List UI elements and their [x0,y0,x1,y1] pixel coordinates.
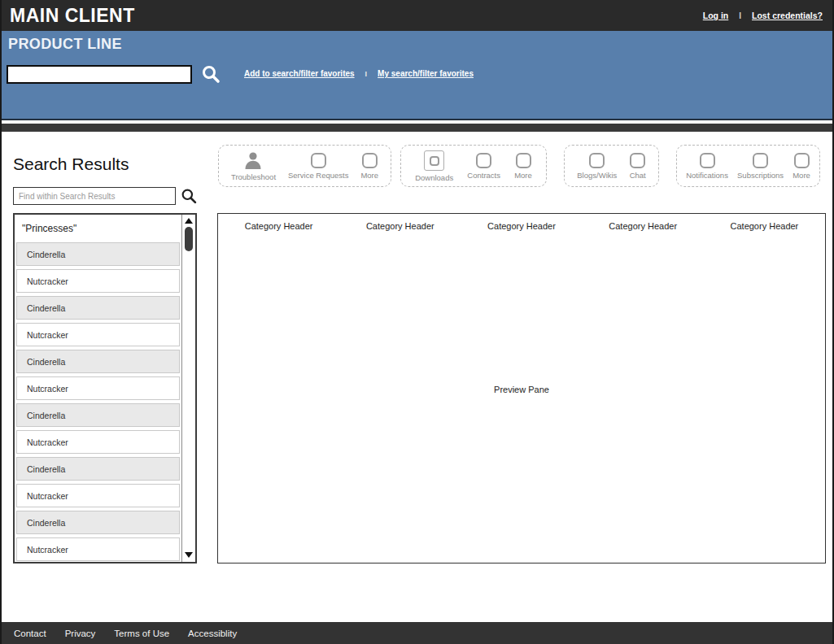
toolbar-item-label: More [360,171,378,180]
footer-link-accessibility[interactable]: Accessiblity [188,629,237,638]
nested-square-icon [424,150,444,171]
rounded-square-icon [794,153,810,168]
rounded-square-icon [516,153,531,168]
find-within-results-input[interactable] [13,187,176,205]
footer-link-contact[interactable]: Contact [14,629,46,638]
add-favorites-link[interactable]: Add to search/filter favorites [244,69,355,78]
magnifier-icon [201,74,221,86]
list-item[interactable]: Nutcracker [16,269,180,293]
toolbar-item-label: Troubleshoot [231,172,276,181]
list-item[interactable]: Cinderella [16,350,180,373]
toolbar-item-label: Chat [630,171,646,180]
rounded-square-icon [476,153,491,168]
category-header-row: Category Header Category Header Category… [218,221,825,231]
log-in-link[interactable]: Log in [703,11,729,20]
app-window: MAIN CLIENT Log in I Lost credentials? P… [0,0,834,644]
scroll-up-arrow-icon[interactable] [185,218,193,224]
category-header: Category Header [339,221,461,231]
toolbar-item-more-support[interactable]: More [359,150,380,186]
favorites-separator: I [365,70,368,78]
preview-pane-label: Preview Pane [218,385,825,394]
toolbar-item-notifications[interactable]: Notifications [684,150,730,186]
rounded-square-icon [362,153,378,168]
toolbar-item-label: Notifications [686,171,728,180]
person-icon [242,150,264,170]
toolbar-item-label: More [514,171,532,180]
toolbar-item-chat[interactable]: Chat [628,150,648,186]
category-header: Category Header [461,221,582,231]
list-scrollbar[interactable] [181,215,195,562]
toolbar-item-label: Downloads [415,173,453,182]
toolbar-item-label: Subscriptions [737,171,784,180]
footer-bar: Contact Privacy Terms of Use Accessiblit… [0,622,834,644]
account-links: Log in I Lost credentials? [703,11,823,20]
toolbar-item-blogs-wikis[interactable]: Blogs/Wikis [575,150,618,186]
footer-link-privacy[interactable]: Privacy [65,629,96,638]
search-results-heading: Search Results [13,154,129,174]
magnifier-icon [181,194,197,207]
toolbar-item-more-documents[interactable]: More [513,150,534,186]
preview-pane: Category Header Category Header Category… [217,213,826,564]
toolbar-item-contracts[interactable]: Contracts [465,150,502,186]
list-item[interactable]: Cinderella [16,296,180,320]
list-item[interactable]: Nutcracker [16,323,180,346]
toolbar-item-troubleshoot[interactable]: Troubleshoot [229,150,277,186]
search-results-list-items: "Princesses" Cinderella Nutcracker Cinde… [15,215,181,562]
result-group-header[interactable]: "Princesses" [15,215,181,242]
toolbar-item-more-alerts[interactable]: More [791,150,812,186]
list-item[interactable]: Cinderella [16,511,180,534]
list-item[interactable]: Cinderella [16,242,180,266]
main-content: Troubleshoot Service Requests More Downl… [2,132,832,622]
list-item[interactable]: Cinderella [16,403,180,427]
rounded-square-icon [589,153,605,168]
toolbar-group-social: Blogs/Wikis Chat [564,145,659,187]
toolbar-group-documents: Downloads Contracts More [400,145,547,187]
my-favorites-link[interactable]: My search/filter favorites [378,69,474,78]
divider-band [0,124,834,132]
toolbar-group-alerts: Notifications Subscriptions More [676,145,820,187]
favorites-links: Add to search/filter favorites I My sear… [244,69,474,78]
toolbar-item-downloads[interactable]: Downloads [413,150,455,186]
footer-link-terms[interactable]: Terms of Use [114,629,169,638]
lost-credentials-link[interactable]: Lost credentials? [752,11,823,20]
rounded-square-icon [700,153,715,168]
product-bar: PRODUCT LINE Add to search/filter favori… [0,31,834,120]
product-line-title: PRODUCT LINE [8,36,122,53]
rounded-square-icon [630,153,645,168]
list-item[interactable]: Nutcracker [16,484,180,507]
scroll-down-arrow-icon[interactable] [185,552,193,558]
list-item[interactable]: Nutcracker [16,430,180,454]
list-item[interactable]: Cinderella [16,457,180,481]
toolbar-item-label: Contracts [467,171,500,180]
search-results-list: "Princesses" Cinderella Nutcracker Cinde… [13,213,197,564]
rounded-square-icon [753,153,768,168]
list-item[interactable]: Nutcracker [16,376,180,400]
search-button[interactable] [200,64,221,85]
toolbar-item-label: Blogs/Wikis [577,171,617,180]
action-toolbar: Troubleshoot Service Requests More Downl… [218,145,820,187]
toolbar-group-support: Troubleshoot Service Requests More [218,145,391,187]
product-search-input[interactable] [7,65,192,84]
list-item[interactable]: Nutcracker [16,537,180,561]
rounded-square-icon [311,153,326,168]
category-header: Category Header [704,221,825,231]
category-header: Category Header [218,221,339,231]
toolbar-item-service-requests[interactable]: Service Requests [286,150,350,186]
link-separator: I [739,11,741,20]
scrollbar-thumb[interactable] [185,227,193,251]
top-bar: MAIN CLIENT Log in I Lost credentials? [0,0,834,31]
toolbar-item-label: More [793,171,810,180]
find-within-results-button[interactable] [180,188,197,205]
app-title: MAIN CLIENT [10,5,135,27]
category-header: Category Header [583,221,704,231]
toolbar-item-label: Service Requests [288,171,348,180]
toolbar-item-subscriptions[interactable]: Subscriptions [736,150,785,186]
